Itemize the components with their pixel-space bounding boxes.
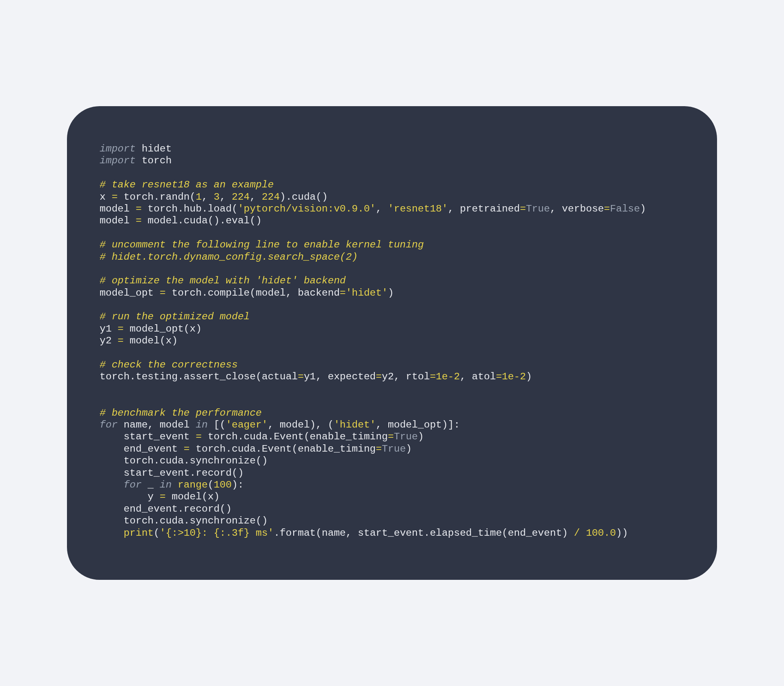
code-token-str: 'resnet18' xyxy=(388,203,448,214)
code-token-fn: range xyxy=(178,479,208,490)
code-token-id: ) xyxy=(388,287,394,298)
code-token-id: , xyxy=(376,203,388,214)
code-token-id: , pretrained xyxy=(448,203,520,214)
code-token-op: = xyxy=(376,443,382,454)
code-token-op: / xyxy=(574,528,580,539)
code-token-id xyxy=(100,528,124,539)
code-token-cm: # run the optimized model xyxy=(100,311,250,322)
code-token-str: 'eager' xyxy=(226,419,268,430)
code-token-op: = xyxy=(136,215,142,226)
code-token-id: ) xyxy=(418,431,424,442)
code-token-num: 1 xyxy=(196,192,202,203)
code-token-kw: in xyxy=(160,479,172,490)
code-token-id: ( xyxy=(154,528,160,539)
code-token-kw: import xyxy=(100,143,136,154)
code-token-id: model_opt xyxy=(100,287,160,298)
code-token-id: , xyxy=(220,192,232,203)
code-token-bool: False xyxy=(610,203,640,214)
code-token-num: 100 xyxy=(214,479,232,490)
code-token-id xyxy=(100,479,124,490)
code-token-str: 'hidet' xyxy=(334,419,376,430)
code-token-op: = xyxy=(118,323,124,334)
code-token-str: 'pytorch/vision:v0.9.0' xyxy=(238,203,376,214)
code-token-id: ) xyxy=(406,443,412,454)
code-token-id xyxy=(172,479,178,490)
code-token-op: = xyxy=(388,431,394,442)
code-token-id: y1, expected xyxy=(304,371,376,382)
code-token-id: model xyxy=(100,215,136,226)
code-token-op: = xyxy=(111,192,118,203)
code-token-kw: for xyxy=(100,419,118,430)
code-token-id: end_event.record() xyxy=(100,503,232,514)
code-token-op: = xyxy=(496,371,502,382)
code-token-cm: # optimize the model with 'hidet' backen… xyxy=(100,275,346,286)
code-token-num: 3 xyxy=(214,192,220,203)
code-token-id: [( xyxy=(208,419,226,430)
code-token-id: x xyxy=(100,192,111,203)
code-token-id: ) xyxy=(640,203,646,214)
code-token-id: , xyxy=(250,192,262,203)
code-token-cm: # take resnet18 as an example xyxy=(100,179,274,190)
code-token-cm: # benchmark the performance xyxy=(100,408,262,419)
code-token-id: torch.compile(model, backend xyxy=(166,287,340,298)
code-token-op: = xyxy=(196,431,202,442)
code-token-op: = xyxy=(118,335,124,346)
code-token-id: torch.cuda.Event(enable_timing xyxy=(190,443,376,454)
code-block: import hidet import torch # take resnet1… xyxy=(100,143,684,539)
code-card: import hidet import torch # take resnet1… xyxy=(67,106,717,580)
code-token-kw: in xyxy=(196,419,207,430)
code-token-id: ( xyxy=(208,479,214,490)
code-token-str: 'hidet' xyxy=(346,287,388,298)
code-token-op: = xyxy=(160,491,166,502)
code-token-id: torch.cuda.Event(enable_timing xyxy=(202,431,388,442)
code-token-id: name, model xyxy=(118,419,196,430)
code-token-id: , verbose xyxy=(550,203,604,214)
code-token-op: = xyxy=(184,443,190,454)
code-token-op: = xyxy=(340,287,346,298)
code-token-id: model(x) xyxy=(124,335,178,346)
code-token-op: = xyxy=(520,203,526,214)
code-token-id: ) xyxy=(526,371,532,382)
code-token-op: = xyxy=(376,371,382,382)
code-token-num: 224 xyxy=(262,192,280,203)
code-token-num: 1e-2 xyxy=(502,371,526,382)
code-token-kw: for xyxy=(124,479,142,490)
code-token-cm: # hidet.torch.dynamo_config.search_space… xyxy=(100,252,358,263)
code-token-bool: True xyxy=(394,431,418,442)
code-token-id: y xyxy=(100,491,160,502)
code-token-id: , model), ( xyxy=(268,419,334,430)
code-token-id: torch.randn( xyxy=(118,192,196,203)
code-token-id: y2 xyxy=(100,335,118,346)
code-token-op: = xyxy=(298,371,304,382)
code-token-op: = xyxy=(430,371,436,382)
code-token-id: y1 xyxy=(100,323,118,334)
code-token-id: , model_opt)]: xyxy=(376,419,460,430)
code-token-id: hidet xyxy=(136,143,172,154)
code-token-num: 224 xyxy=(232,192,249,203)
code-token-id: start_event.record() xyxy=(100,468,244,479)
code-token-id: model.cuda().eval() xyxy=(142,215,262,226)
code-token-cm: # uncomment the following line to enable… xyxy=(100,239,424,250)
code-token-id: model_opt(x) xyxy=(124,323,202,334)
code-token-id: y2, rtol xyxy=(382,371,430,382)
code-token-id: end_event xyxy=(100,443,184,454)
code-token-id: torch.hub.load( xyxy=(142,203,238,214)
code-token-op: = xyxy=(604,203,610,214)
code-token-id: , atol xyxy=(460,371,496,382)
code-token-id: ): xyxy=(232,479,243,490)
code-token-id: torch.cuda.synchronize() xyxy=(100,455,268,466)
code-token-id: model xyxy=(100,203,136,214)
code-token-id: torch xyxy=(136,155,172,166)
code-token-bool: True xyxy=(382,443,406,454)
code-token-num: 1e-2 xyxy=(436,371,460,382)
code-token-id: ).cuda() xyxy=(280,192,328,203)
code-token-id: , xyxy=(202,192,214,203)
code-token-kw: import xyxy=(100,155,136,166)
code-token-id: torch.testing.assert_close(actual xyxy=(100,371,298,382)
code-token-cm: # check the correctness xyxy=(100,359,238,370)
code-token-num: 100.0 xyxy=(586,528,616,539)
code-token-fn: print xyxy=(124,528,154,539)
code-token-op: = xyxy=(160,287,166,298)
code-token-op: = xyxy=(136,203,142,214)
code-token-id: _ xyxy=(142,479,160,490)
